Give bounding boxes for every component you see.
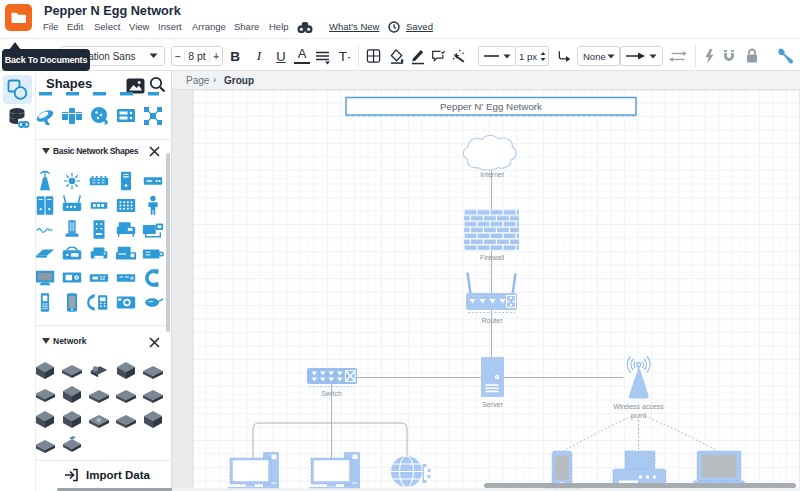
svg-text:Wireless access: Wireless access	[613, 403, 664, 410]
svg-text:Switch: Switch	[321, 390, 342, 397]
svg-text:Router: Router	[481, 317, 503, 324]
svg-text:point: point	[631, 412, 646, 420]
svg-text:Internet: Internet	[480, 171, 504, 178]
svg-text:Pepper N' Egg Network: Pepper N' Egg Network	[440, 101, 542, 112]
svg-text:Server: Server	[482, 401, 503, 408]
svg-text:Firewall: Firewall	[480, 254, 505, 261]
